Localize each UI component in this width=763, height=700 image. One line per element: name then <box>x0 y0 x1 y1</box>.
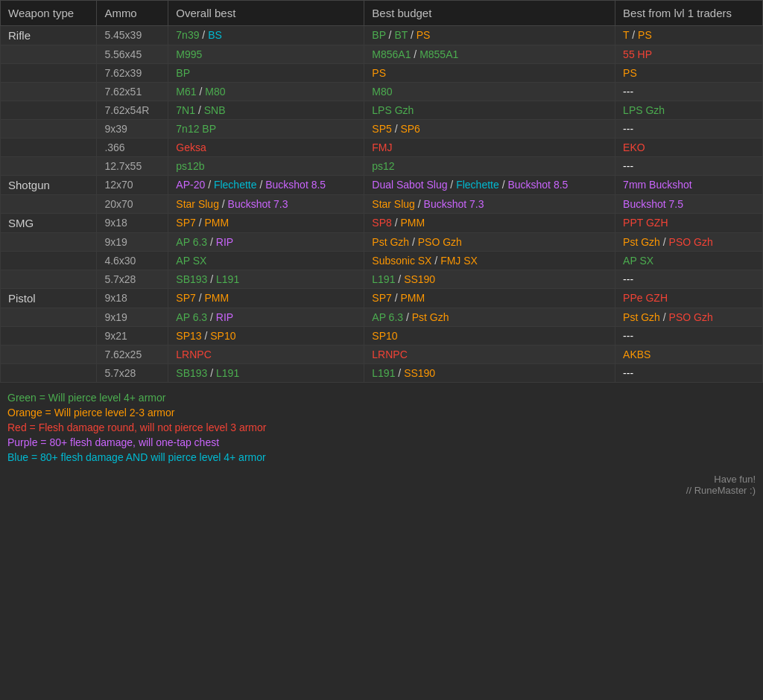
best-budget-cell: AP 6.3 / Pst Gzh <box>364 308 615 327</box>
table-row: 9x19 AP 6.3 / RIP Pst Gzh / PSO Gzh Pst … <box>1 233 763 252</box>
legend-purple: Purple = 80+ flesh damage, will one-tap … <box>7 436 756 448</box>
best-budget-cell: BP / BT / PS <box>364 26 615 45</box>
legend-orange: Orange = Will pierce level 2-3 armor <box>7 407 756 419</box>
overall-best-cell: BP <box>168 64 364 83</box>
ammo-label: 4.6x30 <box>97 252 168 270</box>
best-traders-cell: --- <box>615 83 763 101</box>
weapon-type-label <box>1 270 97 289</box>
overall-best-cell: Star Slug / Buckshot 7.3 <box>168 195 364 214</box>
ammo-label: 9x19 <box>97 233 168 252</box>
best-traders-cell: --- <box>615 364 763 383</box>
footer-line2: // RuneMaster :) <box>686 485 756 496</box>
best-traders-cell: LPS Gzh <box>615 101 763 120</box>
weapon-type-label <box>1 233 97 252</box>
weapon-type-label <box>1 346 97 364</box>
best-budget-cell: Subsonic SX / FMJ SX <box>364 252 615 270</box>
ammo-label: 5.7x28 <box>97 364 168 383</box>
table-header-row: Weapon type Ammo Overall best Best budge… <box>1 1 763 26</box>
overall-best-cell: 7n39 / BS <box>168 26 364 45</box>
overall-best-cell: SP7 / PMM <box>168 289 364 308</box>
best-traders-cell: AKBS <box>615 346 763 364</box>
ammo-label: 12x70 <box>97 176 168 195</box>
overall-best-cell: SP7 / PMM <box>168 214 364 233</box>
table-row: 7.62x51 M61 / M80 M80 --- <box>1 83 763 101</box>
overall-best-cell: Geksa <box>168 139 364 157</box>
weapon-type-label <box>1 120 97 139</box>
weapon-type-label <box>1 308 97 327</box>
table-row: 5.7x28 SB193 / L191 L191 / SS190 --- <box>1 270 763 289</box>
ammo-label: 7.62x39 <box>97 64 168 83</box>
footer-credits: Have fun! // RuneMaster :) <box>686 474 756 496</box>
ammo-label: .366 <box>97 139 168 157</box>
overall-best-cell: ps12b <box>168 157 364 176</box>
best-budget-cell: Star Slug / Buckshot 7.3 <box>364 195 615 214</box>
ammo-label: 7.62x54R <box>97 101 168 120</box>
col-best-budget: Best budget <box>364 1 615 26</box>
best-traders-cell: Pst Gzh / PSO Gzh <box>615 308 763 327</box>
table-row: Shotgun 12x70 AP-20 / Flechette / Bucksh… <box>1 176 763 195</box>
best-traders-cell: PPe GZH <box>615 289 763 308</box>
overall-best-cell: AP 6.3 / RIP <box>168 308 364 327</box>
table-row: 4.6x30 AP SX Subsonic SX / FMJ SX AP SX <box>1 252 763 270</box>
best-traders-cell: PPT GZH <box>615 214 763 233</box>
col-best-traders: Best from lvl 1 traders <box>615 1 763 26</box>
weapon-type-label <box>1 83 97 101</box>
best-budget-cell: L191 / SS190 <box>364 364 615 383</box>
table-row: Rifle 5.45x39 7n39 / BS BP / BT / PS T /… <box>1 26 763 45</box>
best-traders-cell: --- <box>615 270 763 289</box>
overall-best-cell: 7N1 / SNB <box>168 101 364 120</box>
overall-best-cell: AP SX <box>168 252 364 270</box>
weapon-type-label <box>1 157 97 176</box>
overall-best-cell: SB193 / L191 <box>168 270 364 289</box>
table-row: 7.62x25 LRNPC LRNPC AKBS <box>1 346 763 364</box>
table-row: 7.62x54R 7N1 / SNB LPS Gzh LPS Gzh <box>1 101 763 120</box>
best-budget-cell: M80 <box>364 83 615 101</box>
best-budget-cell: SP7 / PMM <box>364 289 615 308</box>
ammo-label: 7.62x25 <box>97 346 168 364</box>
best-traders-cell: --- <box>615 157 763 176</box>
ammo-label: 12.7x55 <box>97 157 168 176</box>
col-weapon-type: Weapon type <box>1 1 97 26</box>
table-row: .366 Geksa FMJ EKO <box>1 139 763 157</box>
best-traders-cell: --- <box>615 327 763 346</box>
overall-best-cell: M61 / M80 <box>168 83 364 101</box>
legend-red: Red = Flesh damage round, will not pierc… <box>7 421 756 433</box>
best-budget-cell: SP10 <box>364 327 615 346</box>
overall-best-cell: SB193 / L191 <box>168 364 364 383</box>
best-budget-cell: PS <box>364 64 615 83</box>
best-traders-cell: PS <box>615 64 763 83</box>
ammo-label: 20x70 <box>97 195 168 214</box>
overall-best-cell: M995 <box>168 45 364 64</box>
best-traders-cell: Pst Gzh / PSO Gzh <box>615 233 763 252</box>
col-ammo: Ammo <box>97 1 168 26</box>
ammo-table-container: Weapon type Ammo Overall best Best budge… <box>0 0 763 502</box>
table-row: 7.62x39 BP PS PS <box>1 64 763 83</box>
ammo-label: 9x39 <box>97 120 168 139</box>
overall-best-cell: SP13 / SP10 <box>168 327 364 346</box>
overall-best-cell: AP-20 / Flechette / Buckshot 8.5 <box>168 176 364 195</box>
col-overall-best: Overall best <box>168 1 364 26</box>
table-row: 9x19 AP 6.3 / RIP AP 6.3 / Pst Gzh Pst G… <box>1 308 763 327</box>
ammo-label: 5.45x39 <box>97 26 168 45</box>
ammo-label: 5.56x45 <box>97 45 168 64</box>
overall-best-cell: LRNPC <box>168 346 364 364</box>
ammo-label: 9x18 <box>97 289 168 308</box>
ammo-label: 9x18 <box>97 214 168 233</box>
ammo-label: 9x21 <box>97 327 168 346</box>
best-budget-cell: FMJ <box>364 139 615 157</box>
best-traders-cell: T / PS <box>615 26 763 45</box>
table-row: Pistol 9x18 SP7 / PMM SP7 / PMM PPe GZH <box>1 289 763 308</box>
legend-section: Green = Will pierce level 4+ armor Orang… <box>0 383 763 471</box>
best-budget-cell: Dual Sabot Slug / Flechette / Buckshot 8… <box>364 176 615 195</box>
weapon-type-label <box>1 327 97 346</box>
footer-line1: Have fun! <box>686 474 756 485</box>
weapon-type-label <box>1 195 97 214</box>
weapon-type-label <box>1 252 97 270</box>
table-row: SMG 9x18 SP7 / PMM SP8 / PMM PPT GZH <box>1 214 763 233</box>
overall-best-cell: 7n12 BP <box>168 120 364 139</box>
weapon-type-label <box>1 45 97 64</box>
legend-green: Green = Will pierce level 4+ armor <box>7 392 756 404</box>
best-traders-cell: 7mm Buckshot <box>615 176 763 195</box>
table-row: 20x70 Star Slug / Buckshot 7.3 Star Slug… <box>1 195 763 214</box>
weapon-type-label <box>1 101 97 120</box>
